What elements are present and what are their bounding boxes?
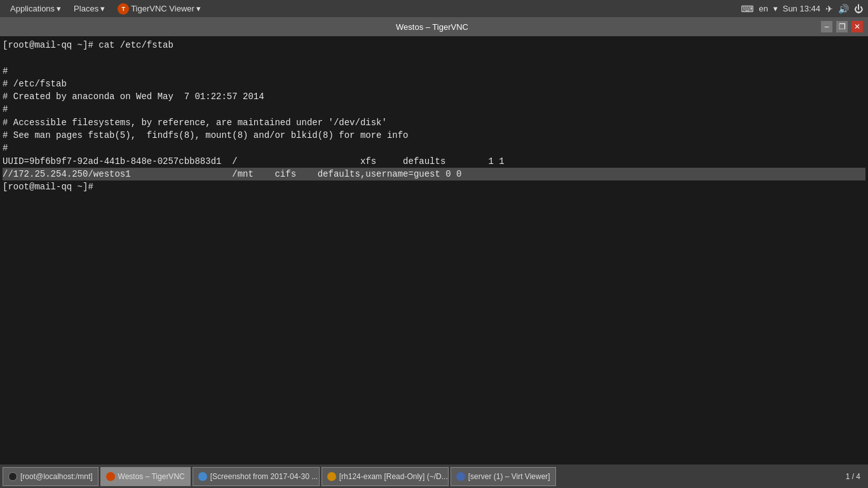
terminal-icon-icon (8, 472, 17, 481)
system-bar-right: ⌨ en ▾ Sun 13:44 ✈ 🔊 ⏻ (741, 4, 863, 14)
taskbar-item-tigervnc[interactable]: Westos – TigerVNC (100, 467, 191, 486)
tigervnc-chevron: ▾ (196, 4, 201, 13)
screenshot-icon-icon (198, 472, 207, 481)
datetime-label: Sun 13:44 (783, 4, 820, 13)
taskbar-item-texteditor[interactable]: [rh124-exam [Read-Only] (~/D... (322, 467, 449, 486)
tigervnc-icon: T (118, 3, 129, 15)
locale-chevron: ▾ (773, 4, 778, 13)
applications-menu[interactable]: Applications ▾ (5, 3, 66, 15)
minimize-button[interactable]: – (821, 21, 832, 32)
text-icon-icon (327, 472, 336, 481)
places-menu[interactable]: Places ▾ (69, 3, 110, 15)
window-titlebar: Westos – TigerVNC – ❐ ✕ (0, 17, 868, 36)
tigervnc-menu[interactable]: T TigerVNC Viewer ▾ (112, 2, 206, 16)
applications-chevron: ▾ (57, 4, 61, 13)
system-bar-left: Applications ▾ Places ▾ T TigerVNC Viewe… (5, 2, 206, 16)
places-chevron: ▾ (100, 4, 105, 13)
taskbar-item-screenshot[interactable]: [Screenshot from 2017-04-30 ... (193, 467, 320, 486)
highlighted-line: //172.25.254.250/westos1 /mnt cifs defau… (3, 168, 865, 180)
terminal-wrapper: [root@mail-qq ~]# cat /etc/fstab # # /et… (0, 36, 868, 488)
locale-label: en (759, 4, 768, 13)
tigervnc-window: Westos – TigerVNC – ❐ ✕ [root@mail-qq ~]… (0, 17, 868, 488)
window-controls: – ❐ ✕ (821, 21, 863, 32)
virt-icon-icon (456, 472, 465, 481)
taskbar-item-label-screenshot: [Screenshot from 2017-04-30 ... (210, 472, 318, 481)
keyboard-icon: ⌨ (741, 4, 754, 14)
network-icon: ✈ (825, 4, 833, 14)
tigervnc-label: TigerVNC Viewer (131, 4, 194, 13)
taskbar-item-terminal[interactable]: [root@localhost:/mnt] (3, 467, 98, 486)
applications-label: Applications (10, 4, 55, 13)
tigervnc-icon-icon (106, 472, 115, 481)
page-number: 1 / 4 (841, 472, 865, 481)
taskbar-item-label-virt: [server (1) – Virt Viewer] (468, 472, 550, 481)
taskbar: [root@localhost:/mnt]Westos – TigerVNC[S… (0, 464, 868, 488)
restore-button[interactable]: ❐ (836, 21, 848, 32)
page-indicator: 1 / 4 (841, 472, 865, 481)
power-icon: ⏻ (854, 4, 863, 14)
volume-icon: 🔊 (838, 4, 849, 14)
taskbar-item-label-terminal: [root@localhost:/mnt] (20, 472, 93, 481)
system-bar: Applications ▾ Places ▾ T TigerVNC Viewe… (0, 0, 868, 17)
window-title: Westos – TigerVNC (43, 22, 821, 32)
close-button[interactable]: ✕ (851, 21, 863, 32)
taskbar-item-virt[interactable]: [server (1) – Virt Viewer] (451, 467, 556, 486)
places-label: Places (74, 4, 98, 13)
terminal-content[interactable]: [root@mail-qq ~]# cat /etc/fstab # # /et… (0, 36, 868, 478)
taskbar-item-label-tigervnc: Westos – TigerVNC (118, 472, 185, 481)
taskbar-item-label-texteditor: [rh124-exam [Read-Only] (~/D... (339, 472, 448, 481)
